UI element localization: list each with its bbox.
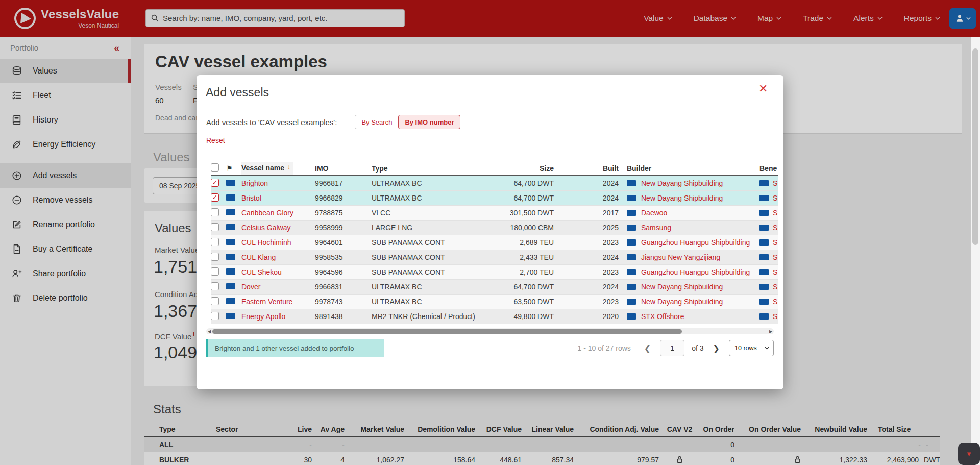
builder-link[interactable]: Samsung — [641, 224, 671, 232]
vessel-type: ULTRAMAX BC — [372, 283, 489, 291]
builder-flag-icon — [627, 195, 636, 201]
beneficial-owner-link[interactable]: S — [773, 268, 777, 276]
beneficial-owner-link[interactable]: S — [773, 312, 777, 321]
vessel-name-link[interactable]: Bristol — [241, 194, 315, 202]
vessel-checkbox[interactable] — [211, 238, 219, 246]
vessel-size: 2,700 TEU — [489, 268, 554, 276]
beneficial-owner-flag-icon — [760, 284, 769, 290]
column-header-size[interactable]: Size — [489, 164, 554, 173]
vessel-built: 2023 — [554, 238, 619, 247]
vertical-scrollbar[interactable] — [971, 37, 980, 465]
modal-title: Add vessels — [206, 86, 269, 100]
page-count-label: of 3 — [692, 344, 703, 352]
pagination: 1 - 10 of 27 rows ❮ 1 of 3 ❯ 10 rows — [578, 339, 774, 357]
add-mode-tabs: By Search By IMO number — [355, 115, 460, 129]
vessel-checkbox[interactable] — [211, 208, 219, 216]
vessel-name-link[interactable]: Caribbean Glory — [241, 209, 315, 217]
builder-link[interactable]: Guangzhou Huangpu Shipbuilding — [641, 268, 750, 276]
vessel-flag-icon — [226, 298, 235, 304]
builder-link[interactable]: Daewoo — [641, 209, 667, 217]
column-header-beneficial-owner[interactable]: Bene — [760, 164, 778, 173]
tab-by-imo-number[interactable]: By IMO number — [398, 115, 460, 129]
close-icon[interactable]: ✕ — [758, 83, 768, 94]
vessel-checkbox[interactable] — [211, 223, 219, 231]
add-vessels-modal: Add vessels ✕ Add vessels to 'CAV vessel… — [197, 75, 783, 389]
column-header-imo[interactable]: IMO — [315, 164, 372, 173]
vessel-built: 2020 — [554, 312, 619, 321]
beneficial-owner-flag-icon — [760, 210, 769, 216]
vessel-row: Energy Apollo9891438MR2 TNKR (Chemical /… — [211, 309, 778, 324]
column-header-vessel-name[interactable]: Vessel name↓ — [241, 162, 315, 175]
builder-link[interactable]: Guangzhou Huangpu Shipbuilding — [641, 238, 750, 247]
beneficial-owner-link[interactable]: S — [773, 224, 777, 232]
horizontal-scrollbar-thumb[interactable] — [212, 329, 682, 334]
rows-per-page-select[interactable]: 10 rows — [729, 340, 774, 356]
scroll-right-arrow-icon[interactable]: ▶ — [768, 329, 773, 334]
reset-link[interactable]: Reset — [206, 136, 225, 144]
beneficial-owner-flag-icon — [760, 313, 769, 320]
builder-flag-icon — [627, 269, 636, 275]
beneficial-owner-link[interactable]: S — [773, 179, 777, 187]
vertical-scrollbar-thumb[interactable] — [972, 48, 978, 245]
builder-flag-icon — [627, 284, 636, 290]
vessel-name-link[interactable]: Energy Apollo — [241, 312, 315, 321]
builder-link[interactable]: New Dayang Shipbuilding — [641, 298, 723, 306]
beneficial-owner-link[interactable]: S — [773, 298, 777, 306]
tab-by-search[interactable]: By Search — [355, 115, 398, 129]
vessel-name-link[interactable]: Celsius Galway — [241, 224, 315, 232]
vessel-type: ULTRAMAX BC — [372, 179, 489, 187]
select-all-checkbox[interactable] — [211, 163, 219, 172]
vessel-name-link[interactable]: Eastern Venture — [241, 298, 315, 306]
next-page-icon[interactable]: ❯ — [711, 344, 722, 353]
vessel-name-link[interactable]: Dover — [241, 283, 315, 291]
vessel-checkbox[interactable] — [211, 312, 219, 320]
vessel-built: 2025 — [554, 224, 619, 232]
builder-link[interactable]: New Dayang Shipbuilding — [641, 179, 723, 187]
vessel-row: Brighton9966817ULTRAMAX BC64,700 DWT2024… — [211, 176, 778, 191]
beneficial-owner-link[interactable]: S — [773, 194, 777, 202]
beneficial-owner-link[interactable]: S — [773, 283, 777, 291]
vessel-row: Eastern Venture9978743ULTRAMAX BC63,500 … — [211, 295, 778, 309]
vessel-checkbox[interactable] — [211, 297, 219, 305]
builder-link[interactable]: Jiangsu New Yangzijiang — [641, 253, 720, 261]
column-header-built[interactable]: Built — [554, 164, 619, 173]
beneficial-owner-link[interactable]: S — [773, 238, 777, 247]
vessel-built: 2017 — [554, 209, 619, 217]
beneficial-owner-flag-icon — [760, 195, 769, 201]
vessel-size: 2,689 TEU — [489, 238, 554, 247]
vessel-built: 2024 — [554, 194, 619, 202]
page-number-input[interactable]: 1 — [660, 340, 684, 356]
vessel-checkbox[interactable] — [211, 267, 219, 276]
beneficial-owner-link[interactable]: S — [773, 253, 777, 261]
beneficial-owner-flag-icon — [760, 254, 769, 260]
scroll-corner-button[interactable]: ▼ — [958, 443, 980, 465]
previous-page-icon[interactable]: ❮ — [642, 344, 653, 353]
vessel-flag-icon — [226, 180, 235, 186]
builder-link[interactable]: New Dayang Shipbuilding — [641, 283, 723, 291]
horizontal-scrollbar[interactable]: ◀ ▶ — [206, 328, 774, 334]
column-header-builder[interactable]: Builder — [619, 164, 760, 173]
vessel-imo: 9964596 — [315, 268, 372, 276]
builder-link[interactable]: STX Offshore — [641, 312, 684, 321]
column-header-type[interactable]: Type — [372, 164, 489, 173]
flag-column-icon: ⚑ — [226, 164, 241, 173]
vessel-type: LARGE LNG — [372, 224, 489, 232]
vessel-size: 64,700 DWT — [489, 283, 554, 291]
beneficial-owner-link[interactable]: S — [773, 209, 777, 217]
vessel-imo: 9966817 — [315, 179, 372, 187]
vessel-built: 2024 — [554, 253, 619, 261]
vessel-size: 180,000 CBM — [489, 224, 554, 232]
vessel-checkbox[interactable] — [211, 253, 219, 261]
vessel-checkbox[interactable] — [211, 179, 219, 187]
vessel-flag-icon — [226, 239, 235, 245]
vessel-imo: 9978743 — [315, 298, 372, 306]
vessel-checkbox[interactable] — [211, 282, 219, 290]
vessel-name-link[interactable]: CUL Shekou — [241, 268, 315, 276]
vessel-name-link[interactable]: Brighton — [241, 179, 315, 187]
vessel-name-link[interactable]: CUL Hochiminh — [241, 238, 315, 247]
builder-link[interactable]: New Dayang Shipbuilding — [641, 194, 723, 202]
beneficial-owner-flag-icon — [760, 299, 769, 305]
vessel-checkbox[interactable] — [211, 193, 219, 202]
vessel-name-link[interactable]: CUL Klang — [241, 253, 315, 261]
scroll-left-arrow-icon[interactable]: ◀ — [207, 329, 212, 334]
